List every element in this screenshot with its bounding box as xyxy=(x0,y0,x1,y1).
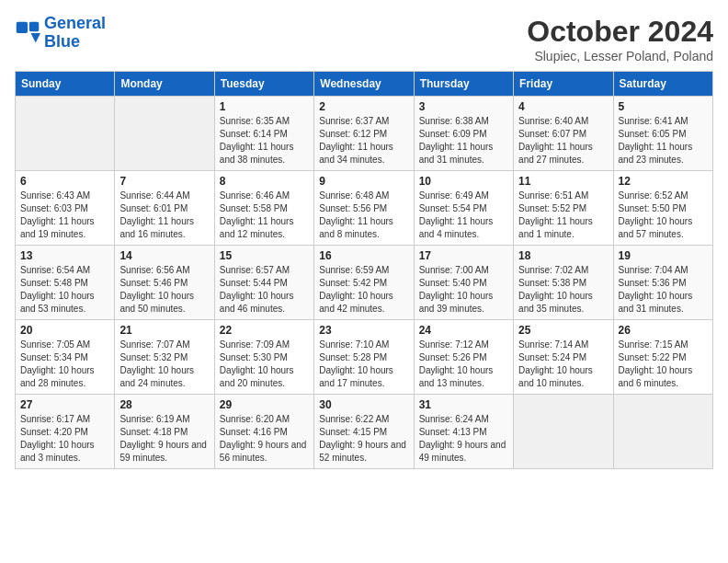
day-cell: 16Sunrise: 6:59 AM Sunset: 5:42 PM Dayli… xyxy=(314,246,414,320)
day-number: 18 xyxy=(518,249,608,262)
svg-rect-0 xyxy=(17,22,28,33)
day-cell xyxy=(16,97,115,171)
day-detail: Sunrise: 7:10 AM Sunset: 5:28 PM Dayligh… xyxy=(319,339,408,390)
day-detail: Sunrise: 6:43 AM Sunset: 6:03 PM Dayligh… xyxy=(20,190,109,241)
day-number: 29 xyxy=(220,398,309,411)
day-detail: Sunrise: 6:38 AM Sunset: 6:09 PM Dayligh… xyxy=(419,115,508,167)
day-cell: 19Sunrise: 7:04 AM Sunset: 5:36 PM Dayli… xyxy=(613,246,712,320)
day-detail: Sunrise: 6:24 AM Sunset: 4:13 PM Dayligh… xyxy=(419,413,508,465)
day-number: 7 xyxy=(119,175,209,188)
day-number: 17 xyxy=(419,249,508,262)
day-cell: 7Sunrise: 6:44 AM Sunset: 6:01 PM Daylig… xyxy=(115,171,214,246)
day-detail: Sunrise: 6:49 AM Sunset: 5:54 PM Dayligh… xyxy=(419,190,508,241)
day-cell: 25Sunrise: 7:14 AM Sunset: 5:24 PM Dayli… xyxy=(514,320,613,395)
day-number: 6 xyxy=(20,175,109,188)
svg-marker-2 xyxy=(31,33,41,43)
day-cell xyxy=(115,97,214,171)
calendar-body: 1Sunrise: 6:35 AM Sunset: 6:14 PM Daylig… xyxy=(16,97,713,469)
day-cell: 29Sunrise: 6:20 AM Sunset: 4:16 PM Dayli… xyxy=(214,395,313,469)
day-detail: Sunrise: 6:57 AM Sunset: 5:44 PM Dayligh… xyxy=(220,264,309,316)
dow-wednesday: Wednesday xyxy=(314,72,414,97)
day-cell: 28Sunrise: 6:19 AM Sunset: 4:18 PM Dayli… xyxy=(115,395,214,469)
day-cell: 12Sunrise: 6:52 AM Sunset: 5:50 PM Dayli… xyxy=(613,171,712,246)
day-cell: 18Sunrise: 7:02 AM Sunset: 5:38 PM Dayli… xyxy=(514,246,613,320)
day-number: 24 xyxy=(419,324,508,337)
logo-line1: General xyxy=(44,14,106,32)
day-number: 8 xyxy=(220,175,309,188)
day-number: 11 xyxy=(518,175,608,188)
day-number: 31 xyxy=(419,398,508,411)
day-number: 21 xyxy=(119,324,209,337)
week-row-4: 27Sunrise: 6:17 AM Sunset: 4:20 PM Dayli… xyxy=(16,395,713,469)
day-cell: 20Sunrise: 7:05 AM Sunset: 5:34 PM Dayli… xyxy=(16,320,115,395)
svg-rect-1 xyxy=(29,22,40,32)
day-number: 12 xyxy=(619,175,708,188)
calendar-table: SundayMondayTuesdayWednesdayThursdayFrid… xyxy=(15,71,713,469)
day-number: 30 xyxy=(319,398,408,411)
dow-monday: Monday xyxy=(115,72,214,97)
day-cell: 31Sunrise: 6:24 AM Sunset: 4:13 PM Dayli… xyxy=(414,395,513,469)
day-cell: 24Sunrise: 7:12 AM Sunset: 5:26 PM Dayli… xyxy=(414,320,513,395)
day-detail: Sunrise: 6:46 AM Sunset: 5:58 PM Dayligh… xyxy=(220,190,309,241)
day-number: 16 xyxy=(319,249,408,262)
dow-thursday: Thursday xyxy=(414,72,513,97)
day-cell: 9Sunrise: 6:48 AM Sunset: 5:56 PM Daylig… xyxy=(314,171,414,246)
dow-friday: Friday xyxy=(514,72,613,97)
day-detail: Sunrise: 7:04 AM Sunset: 5:36 PM Dayligh… xyxy=(619,264,708,316)
day-detail: Sunrise: 6:37 AM Sunset: 6:12 PM Dayligh… xyxy=(319,115,408,167)
day-number: 22 xyxy=(220,324,309,337)
day-number: 14 xyxy=(119,249,209,262)
week-row-2: 13Sunrise: 6:54 AM Sunset: 5:48 PM Dayli… xyxy=(16,246,713,320)
day-cell: 1Sunrise: 6:35 AM Sunset: 6:14 PM Daylig… xyxy=(214,97,313,171)
day-number: 26 xyxy=(619,324,708,337)
dow-saturday: Saturday xyxy=(613,72,712,97)
day-of-week-header-row: SundayMondayTuesdayWednesdayThursdayFrid… xyxy=(16,72,713,97)
day-cell: 10Sunrise: 6:49 AM Sunset: 5:54 PM Dayli… xyxy=(414,171,513,246)
day-detail: Sunrise: 6:48 AM Sunset: 5:56 PM Dayligh… xyxy=(319,190,408,241)
day-detail: Sunrise: 7:09 AM Sunset: 5:30 PM Dayligh… xyxy=(220,339,309,390)
day-cell: 23Sunrise: 7:10 AM Sunset: 5:28 PM Dayli… xyxy=(314,320,414,395)
day-detail: Sunrise: 7:14 AM Sunset: 5:24 PM Dayligh… xyxy=(518,339,608,390)
day-cell: 3Sunrise: 6:38 AM Sunset: 6:09 PM Daylig… xyxy=(414,97,513,171)
day-detail: Sunrise: 7:07 AM Sunset: 5:32 PM Dayligh… xyxy=(119,339,209,390)
day-detail: Sunrise: 6:44 AM Sunset: 6:01 PM Dayligh… xyxy=(119,190,209,241)
dow-sunday: Sunday xyxy=(16,72,115,97)
day-number: 4 xyxy=(518,100,608,113)
week-row-1: 6Sunrise: 6:43 AM Sunset: 6:03 PM Daylig… xyxy=(16,171,713,246)
day-cell: 14Sunrise: 6:56 AM Sunset: 5:46 PM Dayli… xyxy=(115,246,214,320)
day-detail: Sunrise: 7:02 AM Sunset: 5:38 PM Dayligh… xyxy=(518,264,608,316)
day-number: 15 xyxy=(220,249,309,262)
week-row-0: 1Sunrise: 6:35 AM Sunset: 6:14 PM Daylig… xyxy=(16,97,713,171)
day-cell: 2Sunrise: 6:37 AM Sunset: 6:12 PM Daylig… xyxy=(314,97,414,171)
day-detail: Sunrise: 6:56 AM Sunset: 5:46 PM Dayligh… xyxy=(119,264,209,316)
day-cell: 4Sunrise: 6:40 AM Sunset: 6:07 PM Daylig… xyxy=(514,97,613,171)
day-number: 1 xyxy=(220,100,309,113)
location-subtitle: Slupiec, Lesser Poland, Poland xyxy=(527,49,713,63)
day-detail: Sunrise: 6:20 AM Sunset: 4:16 PM Dayligh… xyxy=(220,413,309,465)
title-block: October 2024 Slupiec, Lesser Poland, Pol… xyxy=(527,15,713,63)
week-row-3: 20Sunrise: 7:05 AM Sunset: 5:34 PM Dayli… xyxy=(16,320,713,395)
day-cell: 21Sunrise: 7:07 AM Sunset: 5:32 PM Dayli… xyxy=(115,320,214,395)
day-detail: Sunrise: 6:52 AM Sunset: 5:50 PM Dayligh… xyxy=(619,190,708,241)
day-detail: Sunrise: 6:51 AM Sunset: 5:52 PM Dayligh… xyxy=(518,190,608,241)
day-detail: Sunrise: 6:22 AM Sunset: 4:15 PM Dayligh… xyxy=(319,413,408,465)
day-cell: 15Sunrise: 6:57 AM Sunset: 5:44 PM Dayli… xyxy=(214,246,313,320)
day-cell: 27Sunrise: 6:17 AM Sunset: 4:20 PM Dayli… xyxy=(16,395,115,469)
month-title: October 2024 xyxy=(527,15,713,49)
day-cell: 26Sunrise: 7:15 AM Sunset: 5:22 PM Dayli… xyxy=(613,320,712,395)
day-detail: Sunrise: 6:19 AM Sunset: 4:18 PM Dayligh… xyxy=(119,413,209,465)
day-cell xyxy=(514,395,613,469)
day-detail: Sunrise: 7:12 AM Sunset: 5:26 PM Dayligh… xyxy=(419,339,508,390)
day-detail: Sunrise: 6:59 AM Sunset: 5:42 PM Dayligh… xyxy=(319,264,408,316)
day-detail: Sunrise: 7:00 AM Sunset: 5:40 PM Dayligh… xyxy=(419,264,508,316)
day-cell: 6Sunrise: 6:43 AM Sunset: 6:03 PM Daylig… xyxy=(16,171,115,246)
day-detail: Sunrise: 6:54 AM Sunset: 5:48 PM Dayligh… xyxy=(20,264,109,316)
day-cell: 5Sunrise: 6:41 AM Sunset: 6:05 PM Daylig… xyxy=(613,97,712,171)
day-number: 13 xyxy=(20,249,109,262)
day-cell: 11Sunrise: 6:51 AM Sunset: 5:52 PM Dayli… xyxy=(514,171,613,246)
logo-line2: Blue xyxy=(44,32,80,51)
day-number: 3 xyxy=(419,100,508,113)
day-cell: 30Sunrise: 6:22 AM Sunset: 4:15 PM Dayli… xyxy=(314,395,414,469)
day-cell: 8Sunrise: 6:46 AM Sunset: 5:58 PM Daylig… xyxy=(214,171,313,246)
day-cell: 13Sunrise: 6:54 AM Sunset: 5:48 PM Dayli… xyxy=(16,246,115,320)
